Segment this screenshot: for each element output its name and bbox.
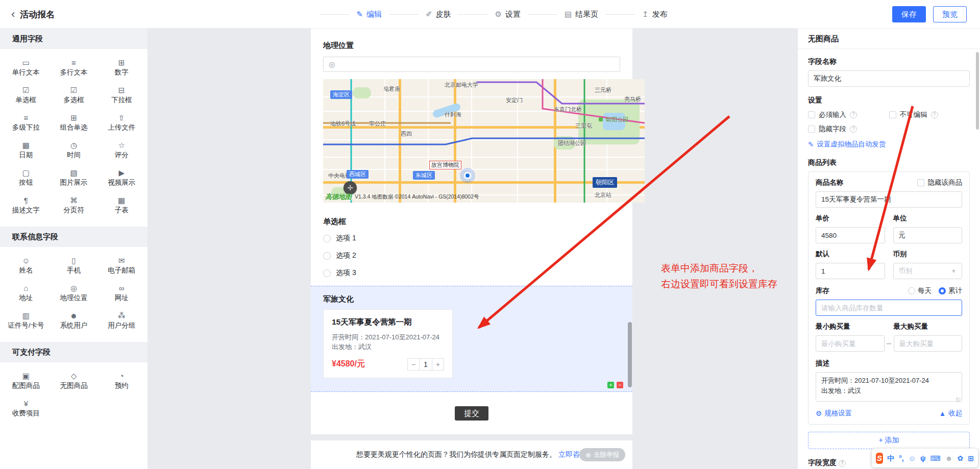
default-qty-input[interactable]	[816, 263, 885, 279]
ime-icon[interactable]: °,	[899, 455, 904, 462]
field-type-item[interactable]: ▦ 日期	[2, 137, 50, 164]
required-checkbox[interactable]: 必须输入 ?	[808, 110, 889, 119]
field-type-item[interactable]: ¶ 描述文字	[2, 192, 50, 219]
field-name-input[interactable]	[808, 70, 970, 87]
panel-scrollbar-thumb[interactable]	[976, 52, 979, 130]
description-textarea[interactable]: 开营时间：2021-07-10至2021-07-24 出发地：武汉	[816, 372, 962, 402]
field-type-item[interactable]: ☑ 单选框	[2, 82, 50, 109]
back-icon[interactable]: ‹	[11, 9, 15, 20]
ime-icon[interactable]: ⌨	[930, 455, 941, 462]
help-icon[interactable]: ?	[850, 111, 857, 118]
field-type-item[interactable]: ▣ 配图商品	[2, 367, 50, 395]
field-type-item[interactable]: ☆ 评分	[97, 137, 145, 164]
field-type-item[interactable]: ⊞ 数字	[97, 54, 145, 82]
field-type-label: 图片展示	[60, 178, 87, 187]
field-type-item[interactable]: ☻ 系统用户	[50, 307, 98, 335]
field-type-icon: ▧	[70, 169, 77, 177]
field-type-item[interactable]: ∞ 网址	[97, 280, 145, 307]
collapse-link[interactable]: ▲ 收起	[939, 409, 962, 418]
field-type-item[interactable]: ⊞ 组合单选	[50, 109, 98, 137]
field-type-item[interactable]: ✉ 电子邮箱	[97, 252, 145, 280]
field-type-item[interactable]: ▥ 证件号/卡号	[2, 307, 50, 335]
map-widget[interactable]: 海淀区 皂君庙 北京邮电大学 安定门	[323, 79, 645, 203]
field-type-item[interactable]: ▶ 视频展示	[97, 164, 145, 192]
qty-plus-button[interactable]: +	[432, 358, 444, 371]
app: ‹ 活动报名 ✎ 编辑 ✐ 皮肤 ⚙ 设	[0, 0, 980, 469]
step-tab[interactable]: ▤ 结果页	[521, 10, 598, 19]
step-tab[interactable]: ✎ 编辑	[312, 10, 382, 19]
radio-option[interactable]: 选项 3	[323, 267, 620, 279]
product-name-input[interactable]	[816, 191, 962, 208]
min-buy-input[interactable]	[816, 335, 885, 352]
currency-select[interactable]: 币别 ▼	[893, 263, 963, 279]
field-type-item[interactable]: ▯ 手机	[50, 252, 98, 280]
help-icon[interactable]: ?	[931, 111, 938, 118]
field-type-item[interactable]: ◎ 地理位置	[50, 280, 98, 307]
add-product-button[interactable]: + 添加	[808, 432, 970, 449]
field-type-label: 网址	[115, 293, 129, 303]
field-type-item[interactable]: ≡ 多级下拉	[2, 109, 50, 137]
ime-icon[interactable]: ☻	[945, 455, 953, 462]
qty-minus-button[interactable]: −	[407, 358, 420, 371]
ime-icon[interactable]: 中	[887, 455, 894, 462]
readonly-checkbox[interactable]: 不可编辑 ?	[889, 110, 970, 119]
canvas-scrollbar-thumb[interactable]	[628, 322, 632, 387]
ime-icon[interactable]: ⊞	[968, 455, 974, 462]
hidden-field-checkbox[interactable]: 隐藏字段 ?	[808, 125, 889, 134]
field-type-item[interactable]: ▦ 子表	[97, 192, 145, 219]
field-type-item[interactable]: ¥ 收费项目	[2, 395, 50, 423]
field-type-item[interactable]: ⌂ 地址	[2, 280, 50, 307]
ime-icon[interactable]: ☺	[909, 455, 916, 462]
virtual-goods-autoship-link[interactable]: ✎ 设置虚拟物品自动发货	[808, 140, 970, 149]
price-input[interactable]	[816, 227, 885, 243]
field-type-item[interactable]: ⊟ 下拉框	[97, 82, 145, 109]
field-type-item[interactable]: ◷ 时间	[50, 137, 98, 164]
field-type-item[interactable]: ☑ 多选框	[50, 82, 98, 109]
step-tab[interactable]: ↥ 发布	[598, 10, 668, 19]
save-button[interactable]: 保存	[892, 6, 926, 22]
ime-toolbar[interactable]: S 中 °, ☺ ψ ⌨ ☻ ✿ ⊞	[872, 449, 978, 467]
field-type-item[interactable]: ⁂ 用户分组	[97, 307, 145, 335]
stock-total-radio[interactable]: 累计	[939, 286, 962, 295]
tab-icon: ↥	[642, 10, 649, 19]
stock-daily-radio[interactable]: 每天	[908, 286, 932, 295]
tab-separator	[320, 14, 349, 15]
unit-input[interactable]	[893, 227, 963, 243]
field-type-item[interactable]: ☺ 姓名	[2, 252, 50, 280]
stock-input[interactable]	[816, 300, 962, 316]
field-copy-icon[interactable]: +	[607, 382, 614, 388]
field-type-item[interactable]: ⇧ 上传文件	[97, 109, 145, 137]
field-type-item[interactable]: ⌘ 分页符	[50, 192, 98, 219]
step-tab[interactable]: ✐ 皮肤	[382, 10, 451, 19]
field-type-label: 多行文本	[60, 68, 87, 77]
sogou-logo-icon[interactable]: S	[876, 453, 883, 464]
field-type-item[interactable]: ◔ 预约	[97, 367, 145, 395]
field-type-item[interactable]: ◇ 无图商品	[50, 367, 98, 395]
radio-option[interactable]: 选项 2	[323, 250, 620, 261]
field-delete-icon[interactable]: −	[617, 382, 623, 388]
location-input[interactable]: ◎	[323, 57, 620, 72]
ime-icon[interactable]: ✿	[958, 455, 964, 462]
spec-settings-link[interactable]: ⚙ 规格设置	[816, 409, 852, 418]
max-buy-input[interactable]	[894, 335, 963, 352]
tab-icon: ⚙	[495, 10, 501, 19]
step-tab[interactable]: ⚙ 设置	[451, 10, 520, 19]
field-type-item[interactable]: ▧ 图片展示	[50, 164, 98, 192]
help-icon[interactable]: ?	[850, 126, 857, 133]
field-type-item[interactable]: ≡ 多行文本	[50, 54, 98, 82]
radio-option[interactable]: 选项 1	[323, 233, 620, 244]
map-label: 什刹海	[445, 111, 461, 118]
range-dash: –	[887, 339, 892, 348]
default-qty-label: 默认	[816, 250, 885, 259]
field-type-icon: ☺	[22, 257, 30, 264]
help-icon[interactable]: ?	[839, 460, 846, 467]
field-type-item[interactable]: ▭ 单行文本	[2, 54, 50, 82]
hide-product-checkbox[interactable]: 隐藏该商品	[917, 178, 963, 187]
preview-button[interactable]: 预览	[933, 6, 967, 22]
field-type-item[interactable]: ▢ 按钮	[2, 164, 50, 192]
selected-product-field[interactable]: 军旅文化 15天军事夏令营第一期 开营时间：2021-07-10至2021-07…	[311, 286, 632, 392]
ime-icon[interactable]: ψ	[920, 455, 926, 462]
field-type-label: 数字	[115, 68, 129, 77]
submit-button[interactable]: 提交	[455, 406, 488, 421]
remove-report-button[interactable]: ⊗ 去除举报	[579, 448, 625, 461]
